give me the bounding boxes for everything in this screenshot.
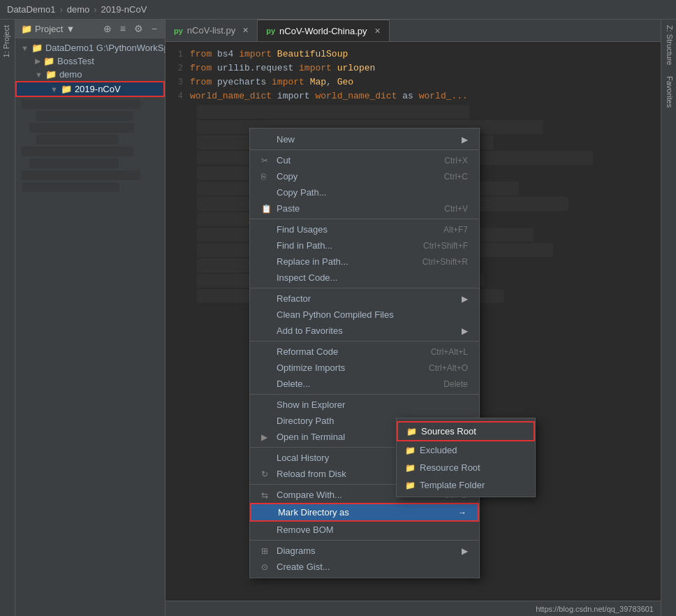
menu-item-cut[interactable]: ✂ Cut Ctrl+X [250, 152, 479, 168]
right-tab-favorites[interactable]: Favorites [661, 71, 676, 113]
menu-separator [250, 219, 479, 219]
submenu-label: Excluded [420, 445, 457, 455]
arrow-icon: ▶ [462, 546, 468, 556]
status-bar: https://blog.csdn.net/qq_39783601 [166, 601, 661, 616]
menu-separator [250, 394, 479, 395]
menu-item-copy[interactable]: ⎘ Copy Ctrl+C [250, 168, 479, 184]
tab-label: nCoV-World-China.py [279, 26, 367, 36]
right-tab-structure[interactable]: Z: Structure [661, 20, 676, 71]
side-tabs-left: 1: Project [0, 20, 15, 616]
template-folder-icon: 📁 [405, 481, 416, 490]
blurred-tree-1 [21, 99, 140, 109]
arrow-icon: ▶ [462, 294, 468, 304]
sep1: › [59, 4, 62, 15]
menu-item-delete[interactable]: Delete... Delete [250, 376, 479, 392]
menu-item-copy-path[interactable]: Copy Path... [250, 184, 479, 200]
menu-label: Create Gist... [277, 562, 468, 572]
tab-close-icon[interactable]: ✕ [374, 27, 381, 36]
arrow-icon: → [458, 508, 466, 518]
menu-item-remove-bom[interactable]: Remove BOM [250, 522, 479, 538]
code-text: from bs4 import BeautifulSoup [190, 47, 348, 61]
minimize-icon[interactable]: − [149, 22, 159, 35]
sep2: › [94, 4, 96, 15]
menu-item-clean-compiled[interactable]: Clean Python Compiled Files [250, 307, 479, 323]
gist-icon: ⊙ [261, 562, 274, 572]
code-text: from urllib.request import urlopen [190, 61, 375, 75]
menu-label: Remove BOM [277, 525, 468, 535]
blurred-tree-6 [29, 159, 119, 168]
menu-item-refactor[interactable]: Refactor ▶ [250, 291, 479, 307]
copy-icon: ⎘ [261, 172, 274, 182]
expand-arrow: ▼ [21, 44, 29, 52]
line-number: 2 [166, 61, 190, 75]
breadcrumb-module: demo [67, 4, 90, 15]
menu-item-reformat[interactable]: Reformat Code Ctrl+Alt+L [250, 344, 479, 360]
blurred-tree-3 [29, 123, 134, 133]
submenu-label: Template Folder [420, 480, 485, 490]
shortcut-text: Ctrl+X [444, 156, 468, 166]
submenu-item-template-folder[interactable]: 📁 Template Folder [397, 476, 535, 494]
submenu-item-resource-root[interactable]: 📁 Resource Root [397, 459, 535, 476]
shortcut-text: Ctrl+C [444, 172, 468, 182]
menu-item-find-in-path[interactable]: Find in Path... Ctrl+Shift+F [250, 237, 479, 254]
gear-icon[interactable]: ⚙ [132, 22, 145, 35]
menu-item-replace-in-path[interactable]: Replace in Path... Ctrl+Shift+R [250, 254, 479, 270]
menu-label: Clean Python Compiled Files [277, 309, 468, 320]
menu-item-optimize-imports[interactable]: Optimize Imports Ctrl+Alt+O [250, 360, 479, 376]
sources-folder-icon: 📁 [406, 427, 417, 437]
submenu-item-excluded[interactable]: 📁 Excluded [397, 441, 535, 459]
folder-icon: 📁 [43, 56, 54, 66]
shortcut-text: Delete [443, 379, 468, 389]
submenu-item-sources-root[interactable]: 📁 Sources Root [397, 421, 535, 441]
menu-item-find-usages[interactable]: Find Usages Alt+F7 [250, 221, 479, 237]
tree-item-bosstest[interactable]: ▶ 📁 BossTest [15, 54, 165, 68]
collapse-icon[interactable]: ≡ [118, 22, 128, 35]
menu-label: Reformat Code [277, 346, 417, 357]
menu-label: Delete... [277, 379, 429, 389]
menu-item-add-favorites[interactable]: Add to Favorites ▶ [250, 323, 479, 339]
tree-label: DataDemo1 G:\PythonWorkSpace\DataDemo1 [45, 43, 165, 53]
submenu-label: Sources Root [421, 426, 476, 437]
blurred-tree-4 [36, 135, 119, 145]
menu-item-create-gist[interactable]: ⊙ Create Gist... [250, 559, 479, 575]
code-text: world_name_dict import world_name_dict a… [190, 89, 468, 103]
menu-label: Optimize Imports [277, 362, 415, 373]
tab-close-icon[interactable]: ✕ [242, 26, 249, 35]
breadcrumb-project: DataDemo1 [7, 4, 55, 15]
blurred-editor-1 [197, 105, 469, 119]
tree-item-datademo1[interactable]: ▼ 📁 DataDemo1 G:\PythonWorkSpace\DataDem… [15, 41, 165, 54]
folder-icon: 📁 [61, 84, 72, 94]
tree-label: BossTest [57, 56, 94, 66]
folder-icon-header: 📁 [21, 24, 32, 34]
menu-item-inspect[interactable]: Inspect Code... [250, 270, 479, 286]
line-number: 3 [166, 75, 190, 89]
breadcrumb-folder: 2019-nCoV [101, 4, 147, 15]
menu-item-paste[interactable]: 📋 Paste Ctrl+V [250, 200, 479, 217]
menu-separator [250, 288, 479, 288]
shortcut-text: Ctrl+Shift+R [422, 257, 468, 267]
tab-ncov-world[interactable]: py nCoV-World-China.py ✕ [258, 20, 389, 41]
tab-ncov-list[interactable]: py nCoV-list.py ✕ [166, 20, 258, 41]
py-icon: py [174, 27, 183, 35]
tree-label: demo [59, 69, 82, 80]
menu-item-show-explorer[interactable]: Show in Explorer [250, 397, 479, 413]
folder-icon: 📁 [45, 69, 57, 80]
expand-arrow: ▶ [35, 57, 41, 66]
blurred-tree-5 [21, 147, 133, 156]
menu-item-mark-directory[interactable]: Mark Directory as → [250, 503, 479, 522]
code-text: from pyecharts import Map, Geo [190, 75, 353, 89]
menu-item-diagrams[interactable]: ⊞ Diagrams ▶ [250, 543, 479, 559]
blurred-tree-7 [21, 170, 140, 180]
menu-label: Cut [277, 155, 430, 166]
arrow-icon: ▶ [462, 326, 468, 336]
scope-icon[interactable]: ⊕ [101, 22, 114, 35]
menu-item-new[interactable]: New ▶ [250, 131, 479, 147]
main-layout: 1: Project 📁 Project ▼ ⊕ ≡ ⚙ − ▼ 📁 DataD… [0, 20, 676, 616]
paste-icon: 📋 [261, 204, 274, 214]
editor-tabs: py nCoV-list.py ✕ py nCoV-World-China.py… [166, 20, 661, 42]
side-tab-project[interactable]: 1: Project [0, 20, 15, 63]
tree-item-demo[interactable]: ▼ 📁 demo [15, 68, 165, 81]
shortcut-text: Ctrl+V [444, 204, 468, 214]
line-number: 4 [166, 89, 190, 103]
tree-item-2019-ncov[interactable]: ▼ 📁 2019-nCoV [15, 81, 165, 97]
